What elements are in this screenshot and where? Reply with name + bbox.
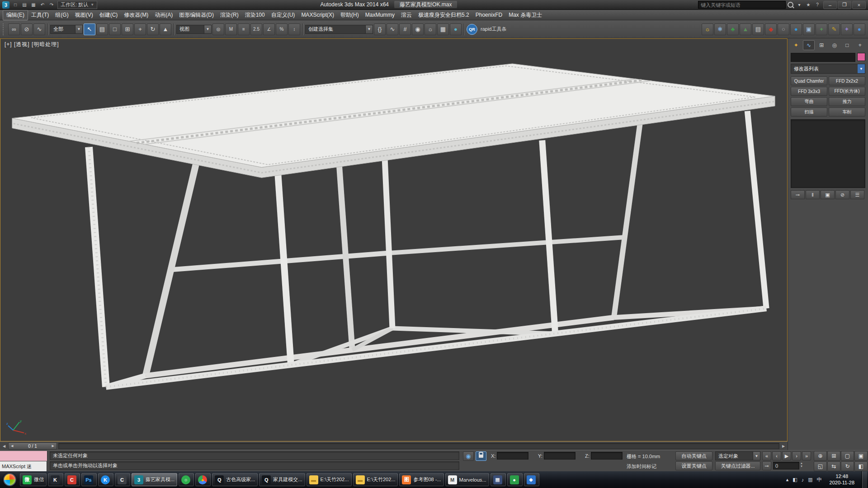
menu-antivirus[interactable]: Max 杀毒卫士: [505, 10, 545, 20]
start-button[interactable]: [3, 473, 16, 486]
orbit-button[interactable]: ↻: [841, 461, 854, 471]
new-file-icon[interactable]: □: [11, 1, 19, 9]
modifier-button-push[interactable]: 推力: [829, 97, 865, 106]
mountain-icon[interactable]: ▲: [740, 23, 751, 35]
taskbar-app-misc-3[interactable]: ◆: [524, 473, 539, 486]
unlink-selection-icon[interactable]: ⊘: [21, 23, 33, 35]
water-drop-icon[interactable]: ●: [790, 23, 802, 35]
brush-icon[interactable]: ✎: [828, 23, 840, 35]
minimize-button[interactable]: –: [823, 1, 837, 9]
page-icon[interactable]: ▤: [752, 23, 764, 35]
named-selection-sets-combo[interactable]: 创建选择集 ▼: [305, 25, 373, 34]
bind-to-space-warp-icon[interactable]: ∿: [33, 23, 45, 35]
gear-icon[interactable]: ✱: [714, 23, 726, 35]
key-filters-button[interactable]: 关键点过滤器...: [715, 461, 760, 470]
reference-coordinate-combo[interactable]: 视图 ▼: [176, 25, 212, 34]
table-3d-model[interactable]: [12, 64, 775, 387]
tray-network-icon[interactable]: ▥: [808, 477, 812, 483]
taskbar-image-viewer[interactable]: 图 参考图08 -...: [399, 473, 443, 486]
taskbar-wechat[interactable]: 微 微信: [20, 473, 47, 486]
menu-modifiers[interactable]: 修改器(M): [121, 10, 151, 20]
toolbar-grip[interactable]: [3, 23, 6, 35]
tab-hierarchy[interactable]: ⊞: [816, 40, 827, 50]
tree-icon[interactable]: ♣: [727, 23, 739, 35]
z-coordinate-field[interactable]: [591, 452, 623, 460]
viewport-canvas[interactable]: [0, 39, 787, 441]
modifier-button-ffd-3x3x3[interactable]: FFD 3x3x3: [791, 87, 827, 96]
key-mode-toggle-button[interactable]: ⊸: [762, 461, 771, 470]
select-and-move-icon[interactable]: +: [134, 23, 146, 35]
menu-animation[interactable]: 动画(A): [151, 10, 176, 20]
show-desktop-button[interactable]: [862, 471, 867, 488]
tray-ime-icon[interactable]: 中: [817, 476, 822, 483]
maximize-button[interactable]: ❐: [838, 1, 851, 9]
modifier-button-ffd-box[interactable]: FFD(长方体): [829, 87, 865, 96]
selection-lock-toggle[interactable]: [476, 451, 486, 461]
search-icon[interactable]: [788, 2, 793, 8]
menu-group[interactable]: 组(G): [52, 10, 71, 20]
material-editor-icon[interactable]: ◉: [412, 23, 424, 35]
frame-back-icon[interactable]: ◀: [11, 444, 13, 448]
favorites-star-icon[interactable]: ★: [804, 1, 812, 9]
taskbar-chrome[interactable]: ●: [195, 473, 211, 486]
isolate-selection-button[interactable]: ◉: [463, 451, 474, 461]
menu-rendering[interactable]: 渲染(R): [217, 10, 242, 20]
selection-filter-combo[interactable]: 全部 ▼: [50, 25, 83, 34]
object-color-swatch[interactable]: [857, 53, 865, 61]
make-unique-icon[interactable]: ▣: [821, 190, 835, 199]
menu-render100[interactable]: 渲染100: [242, 10, 268, 20]
taskbar-app-c-red[interactable]: C: [65, 473, 80, 486]
time-slider-track[interactable]: [58, 443, 779, 449]
search-scope-icon[interactable]: ▾: [795, 1, 803, 9]
taskbar-app-c-gray[interactable]: C: [115, 473, 130, 486]
menu-maxscript[interactable]: MAXScript(X): [298, 11, 337, 19]
schematic-view-icon[interactable]: #: [399, 23, 411, 35]
auto-key-button[interactable]: 自动关键点: [675, 451, 712, 460]
close-button[interactable]: ×: [852, 1, 866, 9]
render-production-icon[interactable]: ●: [450, 23, 462, 35]
time-back-button[interactable]: ◀: [1, 444, 7, 448]
macro-recorder-field[interactable]: [0, 451, 47, 461]
go-to-start-button[interactable]: «: [762, 451, 771, 460]
menu-tools[interactable]: 工具(T): [28, 10, 52, 20]
select-and-link-icon[interactable]: ∞: [8, 23, 20, 35]
align-icon[interactable]: ≡: [238, 23, 250, 35]
edit-named-sets-icon[interactable]: {}: [374, 23, 386, 35]
open-file-icon[interactable]: ▤: [20, 1, 28, 9]
tab-motion[interactable]: ◎: [829, 40, 840, 50]
menu-maxmummy[interactable]: MaxMummy: [362, 11, 398, 19]
taskbar-app-k-dark[interactable]: K: [48, 473, 63, 486]
ring-icon[interactable]: ○: [778, 23, 789, 35]
taskbar-3dsmax[interactable]: 3 藤艺家具模...: [132, 473, 177, 486]
taskbar-photoshop[interactable]: Ps: [81, 473, 97, 486]
percent-snap-icon[interactable]: %: [276, 23, 288, 35]
object-name-field[interactable]: [791, 53, 855, 62]
hand-icon[interactable]: ✦: [841, 23, 853, 35]
tray-sound-icon[interactable]: ♪: [802, 477, 804, 483]
tray-hidden-icons[interactable]: ▴: [786, 477, 789, 483]
perspective-viewport[interactable]: [+] [透视] [明暗处理]: [0, 38, 788, 441]
workspace-selector[interactable]: 工作区: 默认 ▼: [57, 1, 97, 9]
menu-customize[interactable]: 自定义(U): [268, 10, 298, 20]
rapid-toolbar-label[interactable]: rapid工具条: [478, 26, 509, 33]
undo-icon[interactable]: ↶: [38, 1, 47, 9]
go-to-end-button[interactable]: »: [802, 451, 811, 460]
menu-views[interactable]: 视图(V): [72, 10, 96, 20]
angle-snap-icon[interactable]: ∠: [263, 23, 275, 35]
menu-archive[interactable]: 极速瘦身安全归档5.2: [415, 10, 472, 20]
tray-security-icon[interactable]: ◧: [793, 477, 797, 483]
taskbar-360-browser[interactable]: ○: [179, 473, 194, 486]
play-button[interactable]: ▶: [782, 451, 791, 460]
app-logo[interactable]: 3: [2, 1, 9, 9]
menu-edit[interactable]: 编辑(E): [3, 10, 28, 20]
select-object-icon[interactable]: ↖: [84, 23, 95, 35]
modifier-button-quad-chamfer[interactable]: Quad Chamfer: [791, 76, 827, 85]
taskbar-folder-1[interactable]: ▬ E:\天竹202...: [307, 473, 352, 486]
modifier-stack-list[interactable]: [791, 119, 865, 188]
y-coordinate-field[interactable]: [544, 452, 576, 460]
taskbar-clock[interactable]: 12:48 2020-11-28: [826, 474, 858, 486]
taskbar-marvelous[interactable]: M Marvelous...: [445, 473, 489, 486]
show-end-result-icon[interactable]: ‖: [806, 190, 820, 199]
pin-stack-icon[interactable]: ⊸: [791, 190, 805, 199]
window-crossing-icon[interactable]: ⊞: [122, 23, 133, 35]
